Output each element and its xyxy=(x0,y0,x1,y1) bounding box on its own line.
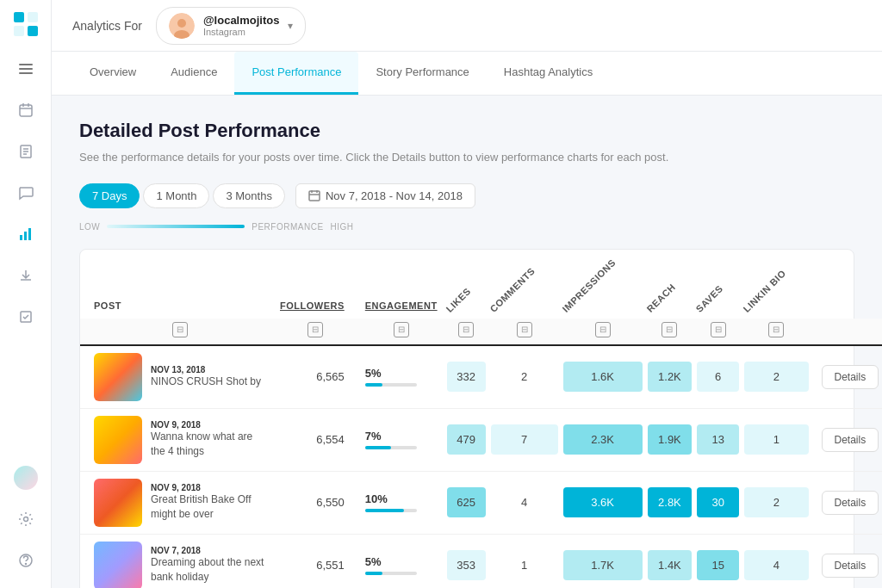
table-filter-icons-row: ⊟ ⊟ ⊟ ⊟ ⊟ xyxy=(80,319,882,345)
filter-icon-reach[interactable]: ⊟ xyxy=(662,322,677,337)
comments-value: 4 xyxy=(491,487,558,517)
col-reach-label: REACH xyxy=(644,282,677,314)
comments-value: 7 xyxy=(491,424,558,455)
sidebar-item-help[interactable] xyxy=(9,543,43,578)
post-date: NOV 9, 2018 xyxy=(151,420,266,430)
filter-icon-engagement[interactable]: ⊟ xyxy=(394,322,409,337)
filter-icon-linkin-bio[interactable]: ⊟ xyxy=(768,322,784,337)
filter-1month[interactable]: 1 Month xyxy=(143,183,209,208)
sidebar-bottom xyxy=(9,461,43,578)
post-cell: NOV 9, 2018 Great British Bake Off might… xyxy=(94,479,266,527)
engagement-cell: 10% xyxy=(358,471,444,534)
filter-icon-followers[interactable]: ⊟ xyxy=(307,322,323,337)
actions-cell: Details xyxy=(811,408,883,471)
engagement-bar-fill xyxy=(365,572,382,575)
likes-cell: 353 xyxy=(444,534,488,588)
sidebar-item-tasks[interactable] xyxy=(9,300,43,334)
engagement-percent: 10% xyxy=(365,492,438,505)
col-linkin-bio-label: LINKIN BIO xyxy=(742,268,788,314)
tab-hashtag-analytics[interactable]: Hashtag Analytics xyxy=(487,52,610,95)
col-header-followers: FOLLOWERS xyxy=(273,250,358,319)
tab-navigation: Overview Audience Post Performance Story… xyxy=(52,52,882,96)
impressions-cell: 3.6K xyxy=(561,471,645,534)
col-likes-label: LIKES xyxy=(444,285,472,313)
post-thumbnail xyxy=(94,353,142,401)
tab-story-performance[interactable]: Story Performance xyxy=(358,52,486,95)
saves-value: 13 xyxy=(697,424,739,455)
posts-table-wrapper: POST FOLLOWERS ENGAGEMENT LIKES COMMENTS xyxy=(79,249,854,589)
filter-icon-impressions[interactable]: ⊟ xyxy=(595,322,611,337)
followers-cell: 6,565 xyxy=(273,345,358,409)
actions-cell: Details xyxy=(811,534,883,588)
filter-icon-post[interactable]: ⊟ xyxy=(172,322,188,337)
tab-overview[interactable]: Overview xyxy=(72,52,153,95)
account-selector[interactable]: @localmojitos Instagram ▾ xyxy=(156,7,307,45)
saves-cell: 13 xyxy=(694,408,742,471)
engagement-percent: 7% xyxy=(365,430,438,443)
post-title: NINOS CRUSH Shot by xyxy=(151,374,261,389)
sidebar-item-menu[interactable] xyxy=(9,52,43,86)
tab-audience[interactable]: Audience xyxy=(153,52,234,95)
col-comments-label: COMMENTS xyxy=(488,265,537,314)
reach-value: 1.2K xyxy=(648,362,693,392)
filter-7days[interactable]: 7 Days xyxy=(79,183,140,208)
filter-icon-saves[interactable]: ⊟ xyxy=(711,322,726,337)
impressions-value: 3.6K xyxy=(563,487,643,517)
app-logo xyxy=(12,10,40,38)
engagement-cell: 5% xyxy=(358,534,444,588)
sidebar-item-reports[interactable] xyxy=(9,134,43,169)
linkin-bio-value: 2 xyxy=(744,362,808,392)
likes-value: 625 xyxy=(447,487,486,517)
page-description: See the performance details for your pos… xyxy=(79,149,854,166)
likes-value: 332 xyxy=(447,362,486,392)
sidebar-item-calendar[interactable] xyxy=(9,93,43,127)
chevron-down-icon: ▾ xyxy=(288,20,293,32)
engagement-bar-fill xyxy=(365,446,391,449)
details-button[interactable]: Details xyxy=(822,491,879,515)
engagement-bar-bg xyxy=(365,572,417,575)
filter-icon-comments[interactable]: ⊟ xyxy=(517,322,532,337)
col-engagement-label: ENGAGEMENT xyxy=(365,300,438,311)
main-content: Analytics For @localmojitos Instagram ▾ … xyxy=(52,0,882,588)
col-header-likes: LIKES xyxy=(444,250,488,319)
filter-3months[interactable]: 3 Months xyxy=(213,183,284,208)
post-cell: NOV 7, 2018 Dreaming about the next bank… xyxy=(94,542,266,589)
svg-rect-1 xyxy=(28,12,38,22)
sidebar-item-settings[interactable] xyxy=(9,502,43,536)
engagement-bar-bg xyxy=(365,383,417,387)
table-row: NOV 9, 2018 Wanna know what are the 4 th… xyxy=(80,408,882,471)
tab-post-performance[interactable]: Post Performance xyxy=(234,52,358,95)
details-button[interactable]: Details xyxy=(822,365,879,389)
comments-cell: 2 xyxy=(488,345,561,409)
post-date: NOV 13, 2018 xyxy=(151,365,261,374)
reach-value: 2.8K xyxy=(648,487,693,517)
comments-value: 1 xyxy=(491,550,558,580)
svg-rect-7 xyxy=(20,105,32,116)
sidebar xyxy=(0,0,52,588)
post-info: NOV 7, 2018 Dreaming about the next bank… xyxy=(151,546,266,585)
sidebar-item-analytics[interactable] xyxy=(9,217,43,251)
svg-rect-17 xyxy=(28,228,31,240)
filter-icon-likes[interactable]: ⊟ xyxy=(458,322,474,337)
col-header-impressions: IMPRESSIONS xyxy=(561,250,645,319)
table-row: NOV 9, 2018 Great British Bake Off might… xyxy=(80,471,882,534)
account-info: @localmojitos Instagram xyxy=(203,14,280,37)
post-title: Dreaming about the next bank holiday xyxy=(151,555,266,585)
sidebar-avatar[interactable] xyxy=(9,461,43,495)
comments-value: 2 xyxy=(491,362,558,392)
date-range-picker[interactable]: Nov 7, 2018 - Nov 14, 2018 xyxy=(295,183,475,208)
perf-low-label: LOW xyxy=(79,222,100,232)
account-avatar xyxy=(169,13,195,39)
svg-point-19 xyxy=(23,517,28,522)
impressions-value: 1.6K xyxy=(563,362,643,392)
col-impressions-label: IMPRESSIONS xyxy=(560,257,617,313)
followers-cell: 6,550 xyxy=(273,471,358,534)
sidebar-item-chat[interactable] xyxy=(9,176,43,210)
svg-point-21 xyxy=(25,564,26,565)
performance-bar xyxy=(107,225,245,228)
saves-cell: 30 xyxy=(694,471,742,534)
details-button[interactable]: Details xyxy=(822,428,879,452)
linkin-bio-cell: 1 xyxy=(742,408,811,471)
sidebar-item-download[interactable] xyxy=(9,258,43,293)
details-button[interactable]: Details xyxy=(822,554,879,578)
